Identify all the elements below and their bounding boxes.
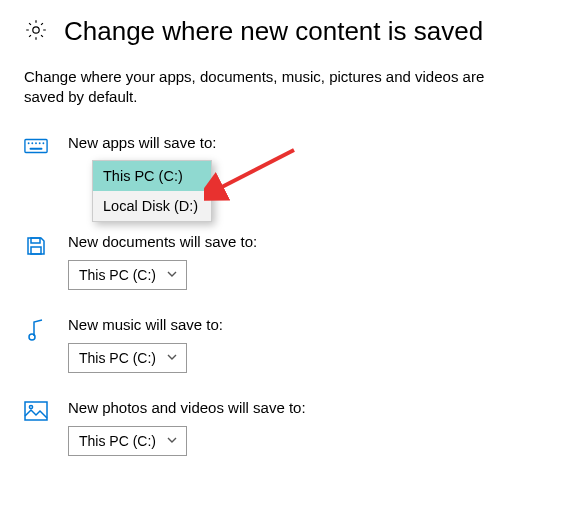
svg-rect-13 [25, 402, 47, 420]
save-icon [24, 233, 48, 257]
photos-combo-value: This PC (C:) [79, 433, 156, 449]
keyboard-icon [24, 134, 48, 156]
row-documents: New documents will save to: This PC (C:) [24, 233, 548, 290]
dropdown-option-this-pc[interactable]: This PC (C:) [93, 161, 211, 191]
row-music-label: New music will save to: [68, 316, 548, 333]
chevron-down-icon [166, 433, 178, 449]
chevron-down-icon [166, 267, 178, 283]
documents-combo-value: This PC (C:) [79, 267, 156, 283]
music-combo-value: This PC (C:) [79, 350, 156, 366]
music-combo[interactable]: This PC (C:) [68, 343, 187, 373]
svg-rect-1 [25, 139, 47, 152]
svg-point-12 [29, 334, 35, 340]
row-music: New music will save to: This PC (C:) [24, 316, 548, 373]
gear-icon [24, 18, 48, 46]
music-note-icon [24, 316, 48, 342]
row-photos: New photos and videos will save to: This… [24, 399, 548, 456]
svg-point-14 [29, 405, 32, 408]
row-photos-label: New photos and videos will save to: [68, 399, 548, 416]
picture-icon [24, 399, 48, 421]
row-documents-label: New documents will save to: [68, 233, 548, 250]
photos-combo[interactable]: This PC (C:) [68, 426, 187, 456]
row-apps-label: New apps will save to: [68, 134, 548, 151]
dropdown-option-local-disk[interactable]: Local Disk (D:) [93, 191, 211, 221]
svg-point-0 [33, 26, 39, 32]
chevron-down-icon [166, 350, 178, 366]
documents-combo[interactable]: This PC (C:) [68, 260, 187, 290]
apps-dropdown-panel: This PC (C:) Local Disk (D:) [92, 160, 212, 222]
svg-rect-10 [31, 238, 40, 243]
row-apps: New apps will save to: This PC (C:) Loca… [24, 134, 548, 161]
page-description: Change where your apps, documents, music… [0, 59, 520, 116]
page-title: Change where new content is saved [64, 16, 483, 47]
svg-rect-11 [31, 247, 41, 254]
